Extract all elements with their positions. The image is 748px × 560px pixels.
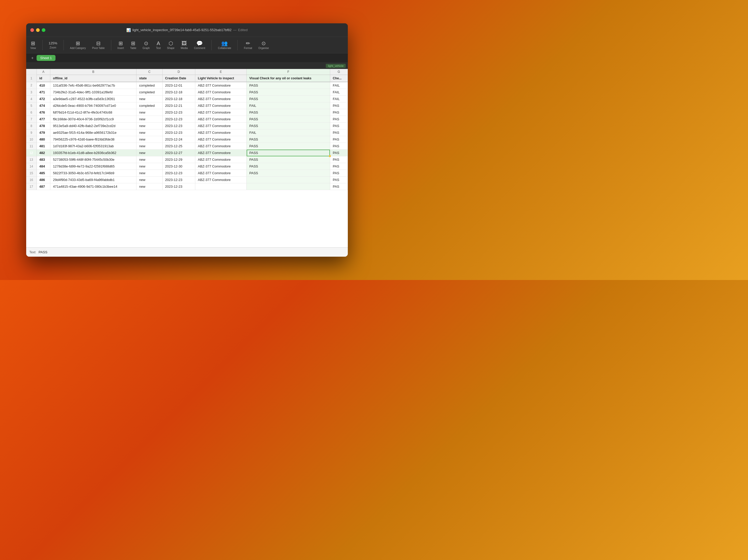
organise-button[interactable]: ⊙ Organise (258, 41, 269, 50)
cell-offline-id[interactable]: 471a4815-43ae-4906-9d71-080c1b3bee14 (50, 183, 136, 190)
cell-date[interactable]: 2023-12-23 (162, 129, 195, 136)
cell-offline-id[interactable]: fdf76d14-f11d-41c2-8f7e-4fe3c4740c68 (50, 109, 136, 116)
table-row[interactable]: 17487471a4815-43ae-4906-9d71-080c1b3bee1… (26, 183, 348, 190)
cell-vehicle[interactable]: ABZ-377 Commodore (195, 150, 247, 156)
collaborate-button[interactable]: 👥 Collaborate (218, 41, 231, 50)
cell-date[interactable]: 2023-12-29 (162, 156, 195, 163)
header-state[interactable]: state (136, 75, 162, 82)
cell-id[interactable]: 410 (37, 82, 50, 89)
table-row[interactable]: 144841278d38e-fd99-4e72-9a22-f2591f688d6… (26, 163, 348, 170)
cell-date[interactable]: 2023-12-23 (162, 116, 195, 123)
cell-id[interactable]: 486 (37, 176, 50, 183)
cell-id[interactable]: 485 (37, 170, 50, 176)
cell-state[interactable]: completed (136, 89, 162, 96)
table-row[interactable]: 154855822f733-3050-4b3c-b57d-fefd17c346b… (26, 170, 348, 176)
cell-offline-id[interactable]: 1278d38e-fd99-4e72-9a22-f2591f688d65 (50, 163, 136, 170)
cell-visual-check[interactable] (247, 183, 330, 190)
header-vehicle[interactable]: Light Vehicle to inspect (195, 75, 247, 82)
insert-button[interactable]: ⊞ Insert (117, 41, 124, 50)
table-row[interactable]: 84789513e5a9-dd40-42fb-8ab2-2ef739e2cd2d… (26, 123, 348, 129)
view-button[interactable]: ⊞ View (30, 41, 36, 50)
cell-date[interactable]: 2023-12-23 (162, 109, 195, 116)
cell-state[interactable]: new (136, 150, 162, 156)
cell-other[interactable]: PAS (330, 129, 348, 136)
cell-offline-id[interactable]: d2fdcde5-0eac-4900-b794-740097cd71e0 (50, 102, 136, 109)
cell-date[interactable]: 2023-12-23 (162, 123, 195, 129)
cell-id[interactable]: 478 (37, 123, 50, 129)
cell-id[interactable]: 476 (37, 109, 50, 116)
cell-vehicle[interactable]: ABZ-377 Commodore (195, 89, 247, 96)
comment-button[interactable]: 💬 Comment (194, 41, 205, 50)
cell-id[interactable]: 471 (37, 89, 50, 96)
cell-vehicle[interactable]: ABZ-377 Commodore (195, 82, 247, 89)
table-button[interactable]: ⊞ Table (130, 41, 136, 50)
cell-vehicle[interactable]: ABZ-377 Commodore (195, 96, 247, 102)
cell-visual-check[interactable]: PASS (247, 143, 330, 150)
cell-id[interactable]: 479 (37, 129, 50, 136)
header-offline-id[interactable]: offline_id (50, 75, 136, 82)
cell-date[interactable]: 2023-12-25 (162, 143, 195, 150)
cell-id[interactable]: 480 (37, 136, 50, 143)
cell-vehicle[interactable]: ABZ-377 Commodore (195, 109, 247, 116)
cell-visual-check[interactable]: PASS (247, 109, 330, 116)
header-creation-date[interactable]: Creation Date (162, 75, 195, 82)
cell-other[interactable]: PAS (330, 150, 348, 156)
table-row[interactable]: 9479ae9325ae-5f15-414a-968e-a9656172b31e… (26, 129, 348, 136)
cell-date[interactable]: 2023-12-21 (162, 102, 195, 109)
minimize-button[interactable] (36, 28, 40, 32)
add-sheet-button[interactable]: + (29, 55, 36, 61)
cell-visual-check[interactable] (247, 176, 330, 183)
cell-offline-id[interactable]: a3e9dae5-c287-4522-b3fb-ca5d3c13f261 (50, 96, 136, 102)
format-button[interactable]: ✏ Format (244, 41, 252, 50)
cell-other[interactable]: FAIL (330, 89, 348, 96)
cell-state[interactable]: new (136, 96, 162, 102)
table-row[interactable]: 2410131af336-7efc-45d6-861c-be662977ac7b… (26, 82, 348, 89)
cell-other[interactable]: PAS (330, 170, 348, 176)
cell-other[interactable]: PAS (330, 183, 348, 190)
cell-vehicle[interactable]: ABZ-377 Commodore (195, 156, 247, 163)
cell-visual-check[interactable]: PASS (247, 116, 330, 123)
shape-button[interactable]: ⬡ Shape (167, 41, 174, 50)
add-category-button[interactable]: ⊞ Add Category (70, 41, 86, 50)
cell-date[interactable]: 2023-12-18 (162, 96, 195, 102)
cell-other[interactable]: PAS (330, 102, 348, 109)
cell-offline-id[interactable]: 9513e5a9-dd40-42fb-8ab2-2ef739e2cd2d (50, 123, 136, 129)
cell-state[interactable]: new (136, 176, 162, 183)
cell-state[interactable]: new (136, 129, 162, 136)
table-row[interactable]: 1048079456225-c976-42d0-baee-f81fdd3fde3… (26, 136, 348, 143)
table-row[interactable]: 7477f9c168de-307d-40c4-9736-1b5f92cf1cc9… (26, 116, 348, 123)
cell-other[interactable]: PAS (330, 109, 348, 116)
cell-state[interactable]: new (136, 109, 162, 116)
cell-other[interactable]: FAIL (330, 82, 348, 89)
cell-other[interactable]: PAS (330, 156, 348, 163)
table-row[interactable]: 6476fdf76d14-f11d-41c2-8f7e-4fe3c4740c68… (26, 109, 348, 116)
cell-vehicle[interactable]: ABZ-377 Commodore (195, 129, 247, 136)
zoom-control[interactable]: 125% Zoom (49, 41, 57, 49)
cell-visual-check[interactable]: PASS (247, 123, 330, 129)
cell-date[interactable]: 2023-12-23 (162, 176, 195, 183)
col-header-G[interactable]: G (330, 69, 348, 75)
cell-state[interactable]: new (136, 136, 162, 143)
cell-date[interactable]: 2023-12-27 (162, 150, 195, 156)
cell-visual-check[interactable]: PASS (247, 96, 330, 102)
cell-state[interactable]: new (136, 116, 162, 123)
cell-other[interactable]: PAS (330, 143, 348, 150)
cell-vehicle[interactable]: ABZ-377 Commodore (195, 123, 247, 129)
cell-offline-id[interactable]: 1d7d183f-987f-43a2-b606-f2f0531913ab (50, 143, 136, 150)
table-row[interactable]: 5474d2fdcde5-0eac-4900-b794-740097cd71e0… (26, 102, 348, 109)
cell-other[interactable]: PAS (330, 163, 348, 170)
cell-offline-id[interactable]: 131af336-7efc-45d6-861c-be662977ac7b (50, 82, 136, 89)
cell-offline-id[interactable]: f9c168de-307d-40c4-9736-1b5f92cf1cc9 (50, 116, 136, 123)
cell-vehicle[interactable]: ABZ-377 Commodore (195, 163, 247, 170)
cell-other[interactable]: PAS (330, 116, 348, 123)
cell-other[interactable]: PAS (330, 176, 348, 183)
table-row[interactable]: 4472a3e9dae5-c287-4522-b3fb-ca5d3c13f261… (26, 96, 348, 102)
close-button[interactable] (30, 28, 34, 32)
table-row[interactable]: 12482193357fd-b1eb-41d8-a8ee-b2836ca5b36… (26, 150, 348, 156)
cell-id[interactable]: 487 (37, 183, 50, 190)
cell-state[interactable]: new (136, 143, 162, 150)
cell-visual-check[interactable]: PASS (247, 136, 330, 143)
cell-vehicle[interactable]: ABZ-377 Commodore (195, 102, 247, 109)
cell-visual-check[interactable]: PASS (247, 82, 330, 89)
cell-visual-check[interactable]: FAIL (247, 129, 330, 136)
